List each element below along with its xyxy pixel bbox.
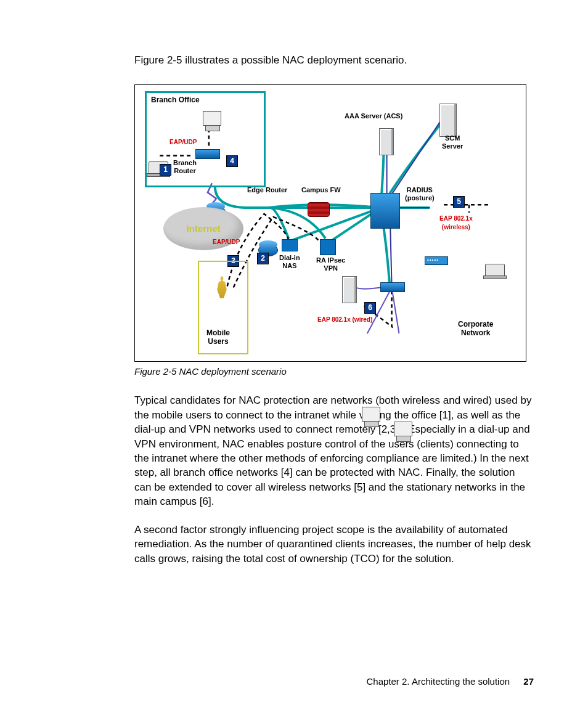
campus-fw-label: Campus FW (301, 186, 341, 194)
corp-desktop-icon (394, 422, 412, 436)
ra-ipsec-vpn-icon (320, 239, 336, 255)
corporate-network-label: Corporate Network (458, 320, 493, 337)
figure-2-5: Branch Office EAP/UDP 1 Branch Router 4 … (134, 84, 526, 362)
marker-6: 6 (364, 302, 376, 314)
corp-desktop-icon (362, 407, 380, 422)
marker-4: 4 (226, 155, 238, 167)
marker-2: 2 (257, 253, 269, 264)
desktop-icon (203, 111, 221, 126)
body-paragraph-2: A second factor strongly influencing pro… (134, 523, 534, 566)
page: Figure 2-5 illustrates a possible NAC de… (0, 0, 588, 718)
mobile-users-label: Mobile Users (206, 329, 230, 345)
aaa-server-label: AAA Server (ACS) (345, 112, 402, 120)
marker-1: 1 (160, 164, 171, 176)
edge-router-label: Edge Router (247, 186, 287, 194)
dial-in-nas-icon (282, 239, 298, 251)
page-number: 27 (523, 676, 534, 687)
dial-in-nas-label: Dial-in NAS (279, 254, 300, 269)
eap-udp-label-2: EAP/UDP (213, 238, 240, 247)
radius-posture-label: RADIUS (posture) (405, 186, 435, 201)
corp-server-icon (342, 276, 357, 303)
intro-text: Figure 2-5 illustrates a possible NAC de… (134, 53, 534, 67)
internet-label: Internet (186, 222, 220, 235)
scm-server-label: SCM Server (442, 134, 463, 149)
switch-icon (195, 149, 220, 159)
firewall-icon (308, 202, 330, 217)
scm-server-icon (439, 104, 457, 137)
core-switch-icon (370, 193, 400, 229)
eap-udp-label-1: EAP/UDP (169, 138, 197, 147)
ra-ipsec-vpn-label: RA IPsec VPN (316, 256, 345, 271)
eap-wired-label: EAP 802.1x (wired) (317, 316, 372, 324)
access-switch-icon (380, 282, 405, 292)
chapter-label: Chapter 2. Architecting the solution (367, 676, 510, 687)
branch-office-label: Branch Office (151, 96, 200, 104)
body-paragraph-1: Typical candidates for NAC protection ar… (134, 393, 534, 509)
wireless-laptop-icon (485, 264, 505, 277)
page-footer: Chapter 2. Architecting the solution 27 (367, 675, 534, 688)
aaa-server-icon (379, 128, 394, 155)
marker-5: 5 (453, 196, 465, 208)
figure-caption: Figure 2-5 NAC deployment scenario (134, 365, 534, 378)
eap-wireless-label: EAP 802.1x (wireless) (439, 214, 473, 232)
wireless-ap-icon (425, 256, 448, 265)
branch-router-label: Branch Router (173, 159, 197, 174)
